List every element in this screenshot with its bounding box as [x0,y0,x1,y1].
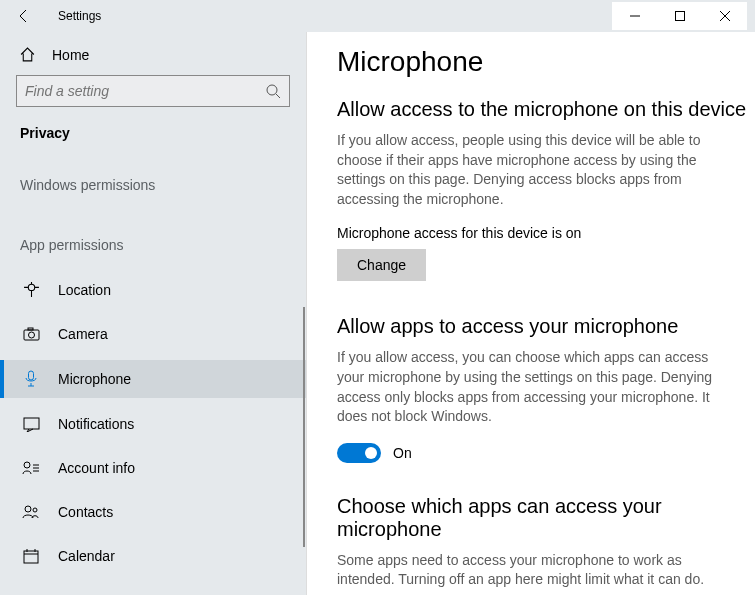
minimize-button[interactable] [612,2,657,30]
page-title: Microphone [337,46,755,78]
app-permissions-heading: App permissions [0,233,306,271]
sidebar-item-label: Account info [58,460,135,476]
notifications-icon [22,417,40,432]
device-access-status: Microphone access for this device is on [337,225,755,241]
search-box[interactable] [16,75,290,107]
sidebar-item-account[interactable]: Account info [0,450,306,486]
sidebar-item-label: Calendar [58,548,115,564]
choose-apps-desc: Some apps need to access your microphone… [337,551,717,590]
sidebar-item-label: Microphone [58,371,131,387]
sidebar-item-label: Camera [58,326,108,342]
svg-point-4 [267,85,277,95]
device-access-desc: If you allow access, people using this d… [337,131,717,209]
sidebar: Home Privacy Windows permissions App per… [0,32,306,595]
choose-apps-heading: Choose which apps can access your microp… [337,495,755,541]
close-button[interactable] [702,2,747,30]
apps-access-toggle-label: On [393,445,412,461]
titlebar: Settings [0,0,755,32]
back-button[interactable] [8,0,40,32]
location-icon [22,281,40,298]
svg-rect-1 [675,12,684,21]
window-title: Settings [58,9,101,23]
svg-rect-9 [28,328,33,330]
sidebar-item-microphone[interactable]: Microphone [0,360,306,398]
apps-access-heading: Allow apps to access your microphone [337,315,755,338]
svg-point-16 [25,506,31,512]
sidebar-item-notifications[interactable]: Notifications [0,406,306,442]
sidebar-scrollbar[interactable] [303,307,305,547]
search-icon [265,83,281,99]
sidebar-item-contacts[interactable]: Contacts [0,494,306,530]
camera-icon [22,327,40,342]
home-label: Home [52,47,89,63]
apps-access-toggle[interactable] [337,443,381,463]
search-input[interactable] [25,83,265,99]
svg-point-17 [33,508,37,512]
windows-permissions-heading: Windows permissions [0,173,306,219]
change-button[interactable]: Change [337,249,426,281]
sidebar-item-label: Contacts [58,504,113,520]
apps-access-desc: If you allow access, you can choose whic… [337,348,717,426]
account-icon [22,461,40,475]
sidebar-item-camera[interactable]: Camera [0,316,306,352]
sidebar-item-calendar[interactable]: Calendar [0,538,306,574]
privacy-heading: Privacy [0,121,306,159]
sidebar-item-label: Notifications [58,416,134,432]
main-content: Microphone Allow access to the microphon… [306,32,755,595]
contacts-icon [22,505,40,519]
home-nav[interactable]: Home [0,32,306,75]
home-icon [18,46,36,63]
calendar-icon [22,548,40,564]
svg-point-12 [24,462,30,468]
svg-rect-11 [24,418,39,429]
svg-line-5 [276,94,280,98]
device-access-heading: Allow access to the microphone on this d… [337,98,755,121]
svg-rect-10 [29,371,34,380]
sidebar-item-label: Location [58,282,111,298]
maximize-button[interactable] [657,2,702,30]
svg-point-6 [28,284,34,290]
sidebar-item-location[interactable]: Location [0,271,306,308]
microphone-icon [22,370,40,388]
svg-point-8 [28,332,34,338]
svg-rect-18 [24,551,38,563]
